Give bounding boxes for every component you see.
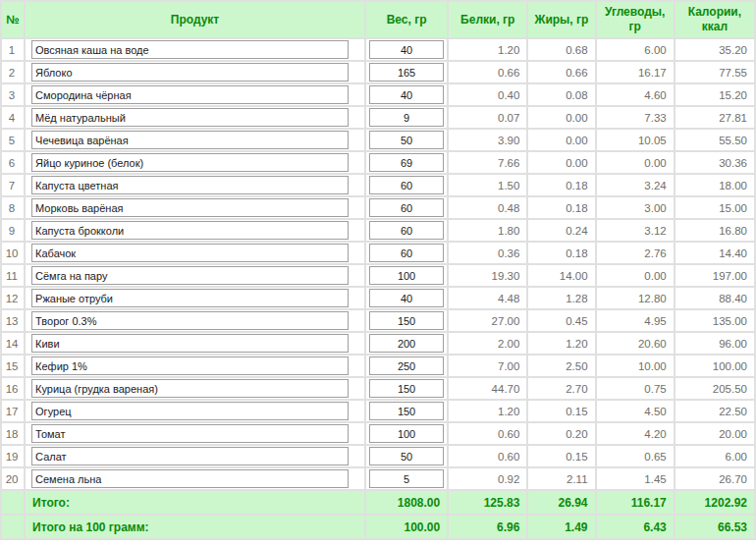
product-cell — [25, 106, 365, 129]
carbs-value: 0.00 — [596, 264, 675, 287]
protein-value: 4.48 — [448, 287, 527, 309]
product-input[interactable] — [31, 311, 349, 330]
carbs-value: 3.12 — [596, 219, 675, 242]
fat-value: 0.68 — [527, 38, 595, 61]
protein-value: 44.70 — [448, 377, 527, 400]
weight-input[interactable] — [369, 221, 444, 240]
product-cell — [25, 422, 365, 445]
column-header-product: Продукт — [25, 1, 365, 38]
row-number: 13 — [1, 309, 25, 332]
product-input[interactable] — [31, 334, 349, 353]
weight-input[interactable] — [369, 289, 444, 307]
table-row: 80.480.183.0015.00 — [1, 196, 755, 219]
weight-input[interactable] — [369, 334, 444, 353]
calories-value: 6.00 — [675, 445, 755, 467]
weight-input[interactable] — [369, 424, 444, 443]
weight-input[interactable] — [369, 311, 444, 330]
weight-input[interactable] — [369, 198, 444, 217]
weight-input[interactable] — [369, 153, 444, 172]
product-cell — [25, 332, 365, 355]
product-input[interactable] — [31, 402, 349, 420]
weight-input[interactable] — [369, 63, 444, 82]
calories-value: 100.00 — [675, 355, 755, 377]
protein-value: 0.66 — [448, 61, 527, 83]
table-row: 40.070.007.3327.81 — [1, 106, 755, 129]
weight-input[interactable] — [369, 108, 444, 127]
product-cell — [25, 377, 365, 400]
product-input[interactable] — [31, 469, 349, 488]
product-input[interactable] — [31, 447, 349, 465]
totals-weight-value: 1808.00 — [365, 490, 448, 515]
product-input[interactable] — [31, 108, 349, 127]
fat-value: 2.50 — [527, 355, 595, 377]
row-number: 5 — [1, 129, 25, 151]
weight-cell — [365, 38, 448, 61]
table-row: 1327.000.454.95135.00 — [1, 309, 755, 332]
fat-value: 0.00 — [527, 151, 595, 174]
fat-value: 0.18 — [527, 174, 595, 196]
table-row: 157.002.5010.00100.00 — [1, 355, 755, 377]
carbs-value: 10.00 — [596, 355, 675, 377]
calories-value: 35.20 — [675, 38, 755, 61]
weight-input[interactable] — [369, 356, 444, 375]
weight-cell — [365, 467, 448, 490]
column-header-weight: Вес, гр — [365, 1, 448, 38]
product-input[interactable] — [31, 40, 349, 59]
weight-input[interactable] — [369, 379, 444, 398]
carbs-value: 20.60 — [596, 332, 675, 355]
product-input[interactable] — [31, 266, 349, 285]
product-input[interactable] — [31, 198, 349, 217]
weight-input[interactable] — [369, 176, 444, 194]
product-input[interactable] — [31, 176, 349, 194]
weight-input[interactable] — [369, 266, 444, 285]
product-input[interactable] — [31, 85, 349, 104]
table-row: 124.481.2812.8088.40 — [1, 287, 755, 309]
product-input[interactable] — [31, 63, 349, 82]
carbs-value: 2.76 — [596, 242, 675, 264]
product-input[interactable] — [31, 424, 349, 443]
product-input[interactable] — [31, 131, 349, 149]
weight-cell — [365, 377, 448, 400]
carbs-value: 16.17 — [596, 61, 675, 83]
carbs-value: 0.00 — [596, 151, 675, 174]
column-header-carbs: Углеводы, гр — [596, 1, 675, 38]
weight-input[interactable] — [369, 447, 444, 465]
weight-input[interactable] — [369, 40, 444, 59]
calories-value: 16.80 — [675, 219, 755, 242]
carbs-value: 1.45 — [596, 467, 675, 490]
carbs-value: 4.60 — [596, 83, 675, 106]
protein-value: 0.48 — [448, 196, 527, 219]
totals-per-100-empty-cell — [1, 515, 25, 539]
fat-value: 1.28 — [527, 287, 595, 309]
calories-value: 15.00 — [675, 196, 755, 219]
product-cell — [25, 61, 365, 83]
weight-cell — [365, 355, 448, 377]
table-row: 171.200.154.5022.50 — [1, 400, 755, 422]
weight-input[interactable] — [369, 402, 444, 420]
product-input[interactable] — [31, 221, 349, 240]
totals-per-100-label: Итого на 100 грамм: — [25, 515, 365, 539]
protein-value: 1.20 — [448, 38, 527, 61]
product-cell — [25, 400, 365, 422]
weight-input[interactable] — [369, 131, 444, 149]
calories-value: 88.40 — [675, 287, 755, 309]
weight-input[interactable] — [369, 469, 444, 488]
weight-input[interactable] — [369, 85, 444, 104]
table-row: 91.800.243.1216.80 — [1, 219, 755, 242]
weight-cell — [365, 242, 448, 264]
totals-per-100-protein-value: 6.96 — [448, 515, 527, 539]
product-input[interactable] — [31, 153, 349, 172]
product-input[interactable] — [31, 244, 349, 262]
product-cell — [25, 129, 365, 151]
weight-cell — [365, 106, 448, 129]
table-row: 67.660.000.0030.36 — [1, 151, 755, 174]
totals-calories-value: 1202.92 — [675, 490, 755, 515]
fat-value: 0.20 — [527, 422, 595, 445]
product-input[interactable] — [31, 356, 349, 375]
weight-input[interactable] — [369, 244, 444, 262]
product-input[interactable] — [31, 289, 349, 307]
protein-value: 0.60 — [448, 445, 527, 467]
weight-cell — [365, 287, 448, 309]
product-cell — [25, 196, 365, 219]
product-input[interactable] — [31, 379, 349, 398]
